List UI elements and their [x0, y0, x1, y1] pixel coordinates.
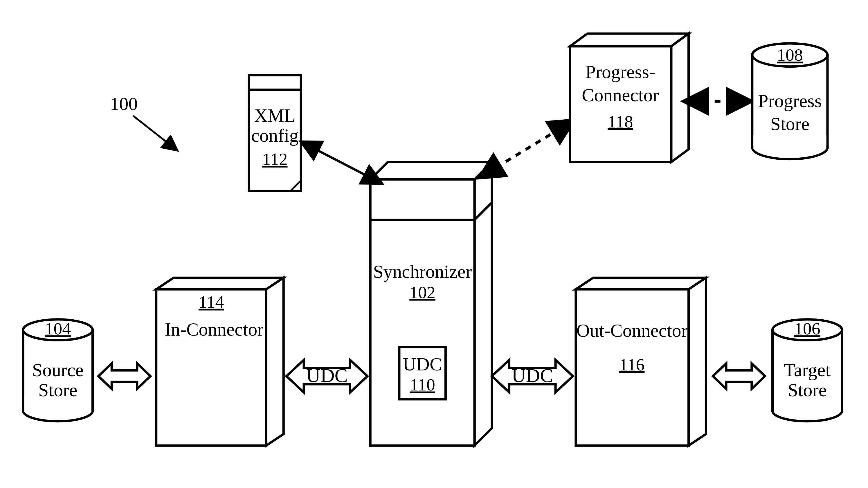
target-store-ref: 106	[794, 319, 820, 338]
system-reference-text: 100	[110, 93, 138, 114]
source-store-label2: Store	[38, 380, 78, 400]
arrow-sync-prog	[486, 125, 567, 174]
progress-store-ref: 108	[777, 45, 803, 64]
svg-marker-23	[671, 34, 689, 162]
svg-marker-5	[156, 278, 284, 289]
svg-line-0	[133, 116, 174, 148]
progress-store-label2: Store	[771, 114, 810, 134]
svg-marker-22	[570, 34, 689, 47]
source-store: 104 Source Store	[23, 319, 93, 421]
udc-right-label: UDC	[512, 365, 553, 387]
svg-rect-7	[156, 289, 266, 446]
out-connector-ref: 116	[619, 355, 645, 374]
svg-rect-18	[774, 399, 841, 412]
out-connector-label: Out-Connector	[576, 320, 687, 341]
svg-marker-8	[370, 162, 492, 179]
synchronizer: Synchronizer 102 UDC 110	[370, 162, 492, 446]
in-connector: 114 In-Connector	[156, 278, 284, 446]
svg-marker-14	[689, 278, 706, 446]
xml-config: XML config 112	[249, 75, 301, 191]
svg-marker-6	[266, 278, 284, 446]
udc-left-label: UDC	[306, 365, 348, 387]
source-store-ref: 104	[45, 319, 71, 338]
synchronizer-ref: 102	[409, 283, 435, 302]
arrow-xml-sync	[307, 145, 376, 181]
arrow-sync-out: UDC	[492, 360, 573, 393]
progress-connector: Progress- Connector 118	[570, 34, 689, 162]
in-connector-ref: 114	[198, 292, 224, 311]
arrow-source-in	[98, 363, 150, 389]
arrow-in-sync: UDC	[286, 360, 368, 393]
progress-connector-label1: Progress-	[585, 62, 655, 82]
progress-connector-ref: 118	[608, 112, 633, 131]
udc-label: UDC	[403, 354, 442, 374]
in-connector-label: In-Connector	[165, 319, 264, 340]
system-reference: 100	[110, 93, 174, 148]
svg-rect-27	[753, 135, 826, 149]
out-connector: Out-Connector 116	[576, 278, 706, 446]
target-store-label1: Target	[784, 360, 831, 380]
svg-marker-13	[576, 278, 706, 289]
synchronizer-label: Synchronizer	[373, 261, 472, 282]
target-store-label2: Store	[787, 380, 827, 400]
progress-connector-label2: Connector	[582, 85, 659, 105]
xml-config-label1: XML	[254, 105, 296, 126]
progress-store: 108 Progress Store	[752, 43, 827, 159]
xml-config-ref: 112	[262, 150, 287, 169]
target-store: 106 Target Store	[773, 319, 842, 421]
source-store-label1: Source	[32, 360, 84, 380]
arrow-out-target	[713, 363, 765, 389]
svg-rect-3	[24, 399, 91, 412]
progress-store-label1: Progress	[758, 91, 822, 111]
udc-ref: 110	[410, 375, 435, 394]
xml-config-label2: config	[251, 125, 299, 146]
